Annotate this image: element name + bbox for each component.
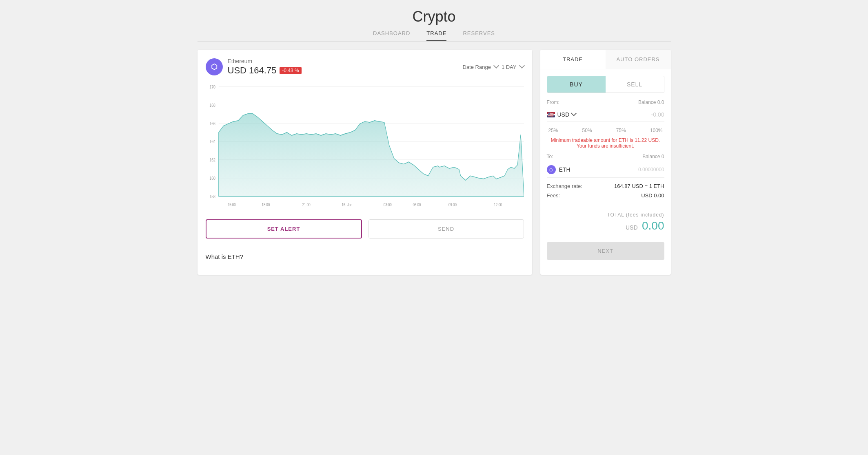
currency-amount: -0.00: [651, 111, 664, 118]
eth-label: ETH: [559, 166, 571, 173]
to-label: To:: [547, 154, 553, 159]
svg-text:15:00: 15:00: [227, 202, 235, 207]
svg-text:06:00: 06:00: [413, 202, 421, 207]
fees-value: USD 0.00: [641, 192, 664, 199]
date-range-value: 1 DAY: [502, 64, 517, 70]
trade-form: From: Balance 0.0 🇺🇸 USD -0.00 25% 50% 7…: [540, 99, 671, 178]
buy-tab[interactable]: BUY: [547, 76, 606, 93]
chart-header: ⬡ Ethereum USD 164.75 -0.43 % Date Range…: [206, 58, 524, 76]
exchange-rate-label: Exchange rate:: [547, 183, 582, 189]
fees-label: Fees:: [547, 192, 560, 199]
balance-label: Balance 0.0: [638, 99, 664, 105]
next-button[interactable]: NEXT: [547, 242, 664, 260]
page-title: Crypto: [198, 8, 671, 25]
coin-price: USD 164.75: [228, 65, 277, 76]
coin-info: ⬡ Ethereum USD 164.75 -0.43 %: [206, 58, 302, 76]
usd-flag-icon: 🇺🇸: [547, 112, 555, 117]
buy-sell-tabs: BUY SELL: [547, 76, 664, 93]
date-range-label: Date Range: [463, 64, 491, 70]
coin-details: Ethereum USD 164.75 -0.43 %: [228, 58, 302, 76]
from-label: From:: [547, 99, 559, 105]
svg-text:166: 166: [209, 121, 215, 126]
chevron-down-icon: [494, 64, 498, 70]
svg-text:09:00: 09:00: [448, 202, 456, 207]
total-currency: USD: [626, 224, 638, 231]
what-is-section: What is ETH?: [206, 247, 524, 267]
tab-trade-right[interactable]: TRADE: [540, 50, 606, 69]
svg-text:12:00: 12:00: [494, 202, 502, 207]
main-content: ⬡ Ethereum USD 164.75 -0.43 % Date Range…: [198, 50, 671, 275]
percent-100[interactable]: 100%: [648, 127, 664, 134]
total-amount-row: USD 0.00: [547, 219, 664, 232]
eth-icon: ⬡: [547, 165, 556, 174]
total-section: TOTAL (fees included) USD 0.00: [540, 207, 671, 237]
nav-tabs: DASHBOARD TRADE RESERVES: [198, 30, 671, 42]
price-change: -0.43 %: [280, 67, 301, 74]
page-header: Crypto DASHBOARD TRADE RESERVES: [198, 8, 671, 42]
tab-auto-orders[interactable]: AUTO ORDERS: [606, 50, 671, 69]
exchange-info: Exchange rate: 164.87 USD = 1 ETH Fees: …: [540, 178, 671, 207]
tab-reserves[interactable]: RESERVES: [463, 30, 495, 41]
total-amount: 0.00: [642, 219, 664, 232]
currency-code: USD: [557, 111, 570, 118]
to-balance-label: Balance 0: [642, 154, 664, 159]
error-message: Minimum tradeable amount for ETH is 11.2…: [547, 137, 664, 149]
from-label-row: From: Balance 0.0: [547, 99, 664, 105]
percent-50[interactable]: 50%: [581, 127, 594, 134]
send-button[interactable]: SEND: [369, 219, 524, 239]
to-label-row: To: Balance 0: [547, 154, 664, 159]
chevron-down-icon-2: [520, 64, 524, 70]
trade-order-tabs: TRADE AUTO ORDERS: [540, 50, 671, 69]
svg-text:16. Jan: 16. Jan: [342, 202, 352, 207]
ethereum-icon: ⬡: [206, 58, 223, 75]
fees-row: Fees: USD 0.00: [547, 192, 664, 199]
percent-row: 25% 50% 75% 100%: [547, 127, 664, 134]
svg-text:170: 170: [209, 84, 215, 89]
coin-price-row: USD 164.75 -0.43 %: [228, 65, 302, 76]
chart-area: 170 168 166 164 162 160 158: [206, 82, 524, 213]
to-section: To: Balance 0 ⬡ ETH 0.00000000: [547, 154, 664, 178]
svg-text:160: 160: [209, 176, 215, 181]
tab-dashboard[interactable]: DASHBOARD: [373, 30, 410, 41]
price-chart: 170 168 166 164 162 160 158: [206, 82, 524, 213]
svg-text:21:00: 21:00: [302, 202, 310, 207]
svg-text:162: 162: [209, 157, 215, 162]
exchange-rate-row: Exchange rate: 164.87 USD = 1 ETH: [547, 183, 664, 189]
from-row: From: Balance 0.0 🇺🇸 USD -0.00: [547, 99, 664, 122]
eth-row: ⬡ ETH 0.00000000: [547, 162, 664, 178]
currency-chevron-icon: [572, 111, 576, 118]
what-is-title: What is ETH?: [206, 253, 524, 260]
eth-amount: 0.00000000: [638, 167, 664, 172]
currency-selector[interactable]: 🇺🇸 USD -0.00: [547, 108, 664, 122]
sell-tab[interactable]: SELL: [606, 76, 664, 93]
coin-name: Ethereum: [228, 58, 302, 64]
date-range-selector[interactable]: Date Range 1 DAY: [463, 64, 524, 70]
chart-panel: ⬡ Ethereum USD 164.75 -0.43 % Date Range…: [198, 50, 532, 275]
chart-buttons: SET ALERT SEND: [206, 219, 524, 239]
percent-25[interactable]: 25%: [547, 127, 560, 134]
svg-text:158: 158: [209, 194, 215, 199]
percent-75[interactable]: 75%: [615, 127, 628, 134]
svg-text:164: 164: [209, 139, 215, 144]
tab-trade[interactable]: TRADE: [426, 30, 446, 41]
total-label: TOTAL (fees included): [547, 212, 664, 218]
svg-text:03:00: 03:00: [383, 202, 391, 207]
exchange-rate-value: 164.87 USD = 1 ETH: [614, 183, 664, 189]
svg-text:168: 168: [209, 103, 215, 108]
right-panel: TRADE AUTO ORDERS BUY SELL From: Balance…: [540, 50, 671, 275]
svg-text:18:00: 18:00: [262, 202, 270, 207]
set-alert-button[interactable]: SET ALERT: [206, 219, 362, 239]
